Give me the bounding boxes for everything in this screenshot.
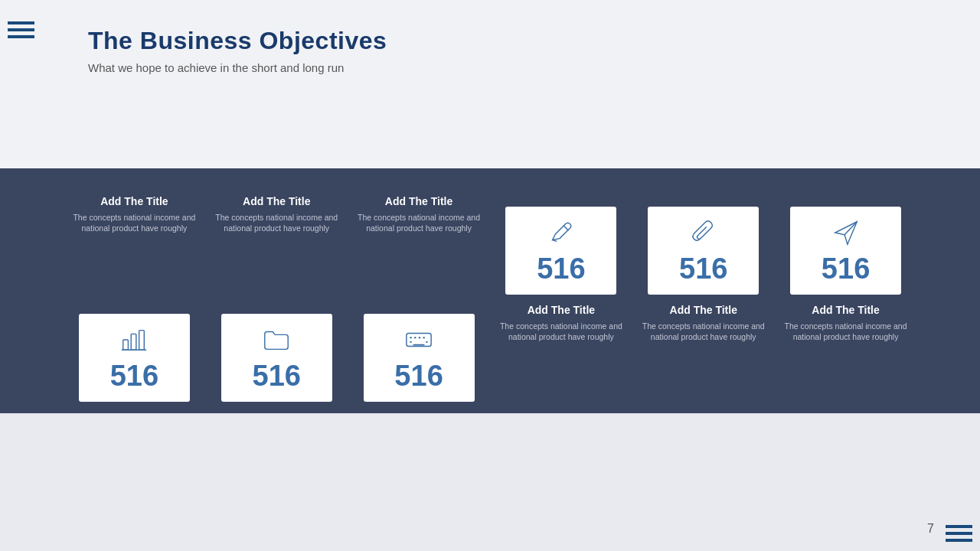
accent-line-2 <box>8 28 34 31</box>
item-col-2: Add The Title The concepts national inco… <box>207 195 346 402</box>
svg-rect-0 <box>123 340 129 350</box>
r-accent-line-1 <box>946 525 972 528</box>
item-3-card: 516 <box>364 314 475 402</box>
svg-line-14 <box>844 222 857 235</box>
item-2-text: Add The Title The concepts national inco… <box>207 195 346 234</box>
item-col-5: 516 Add The Title The concepts national … <box>634 195 773 402</box>
item-1-number: 516 <box>110 361 158 390</box>
svg-line-13 <box>564 226 569 231</box>
paperclip-icon <box>689 218 718 250</box>
item-5-title: Add The Title <box>634 304 773 317</box>
item-5-desc: The concepts national income and nationa… <box>634 321 773 343</box>
item-1-desc: The concepts national income and nationa… <box>65 212 204 234</box>
accent-line-3 <box>8 35 34 38</box>
top-section: The Business Objectives What we hope to … <box>0 0 980 168</box>
item-3-text: Add The Title The concepts national inco… <box>350 195 488 234</box>
bottom-section: 7 <box>0 413 980 551</box>
item-6-title: Add The Title <box>776 304 915 317</box>
item-3-number: 516 <box>394 361 443 390</box>
item-1-card: 516 <box>79 314 190 402</box>
item-2-card: 516 <box>221 314 332 402</box>
keyboard-icon <box>404 325 433 357</box>
pencil-icon <box>547 218 576 250</box>
item-1-title: Add The Title <box>65 195 204 208</box>
item-6-desc: The concepts national income and nationa… <box>776 321 915 343</box>
dark-section: Add The Title The concepts national inco… <box>0 168 980 413</box>
item-5-number: 516 <box>679 254 727 283</box>
svg-rect-2 <box>139 331 145 350</box>
item-6-card: 516 <box>790 207 901 295</box>
item-2-number: 516 <box>253 361 301 390</box>
header-text: The Business Objectives What we hope to … <box>88 23 387 74</box>
item-col-3: Add The Title The concepts national inco… <box>350 195 488 402</box>
item-6-text: Add The Title The concepts national inco… <box>776 304 915 343</box>
item-4-text: Add The Title The concepts national inco… <box>492 304 630 343</box>
item-5-card: 516 <box>648 207 759 295</box>
item-2-desc: The concepts national income and nationa… <box>207 212 346 234</box>
page-number: 7 <box>927 522 934 536</box>
left-accent-lines <box>0 21 34 38</box>
item-4-card: 516 <box>505 207 616 295</box>
chart-icon <box>119 325 149 357</box>
folder-icon <box>262 325 291 357</box>
page-subtitle: What we hope to achieve in the short and… <box>88 61 387 74</box>
item-2-title: Add The Title <box>207 195 346 208</box>
items-grid: Add The Title The concepts national inco… <box>42 184 938 398</box>
svg-rect-1 <box>132 334 137 350</box>
item-3-title: Add The Title <box>350 195 488 208</box>
item-col-1: Add The Title The concepts national inco… <box>65 195 204 402</box>
page-title: The Business Objectives <box>88 27 387 55</box>
item-3-desc: The concepts national income and nationa… <box>350 212 488 234</box>
r-accent-line-2 <box>946 532 972 535</box>
item-1-text: Add The Title The concepts national inco… <box>65 195 204 234</box>
item-5-text: Add The Title The concepts national inco… <box>634 304 773 343</box>
r-accent-line-3 <box>946 539 972 542</box>
accent-line-1 <box>8 21 34 24</box>
item-4-desc: The concepts national income and nationa… <box>492 321 630 343</box>
right-accent-lines <box>946 525 972 542</box>
item-col-6: 516 Add The Title The concepts national … <box>776 195 915 402</box>
item-col-4: 516 Add The Title The concepts national … <box>492 195 630 402</box>
item-4-number: 516 <box>537 254 585 283</box>
item-6-number: 516 <box>822 254 870 283</box>
send-icon <box>831 218 861 250</box>
item-4-title: Add The Title <box>492 304 630 317</box>
svg-line-12 <box>553 240 557 242</box>
